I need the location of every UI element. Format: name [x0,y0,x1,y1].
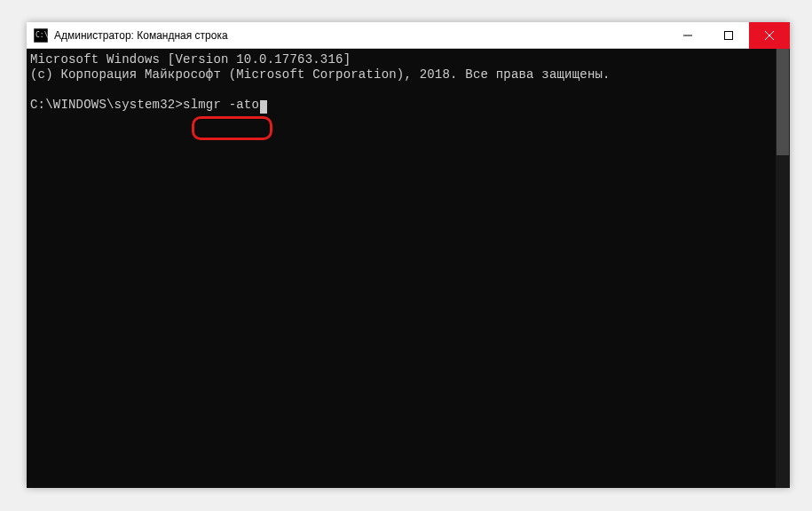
scrollbar-thumb[interactable] [777,49,789,155]
typed-command: slmgr -ato [183,98,259,112]
command-prompt-window: C:\ Администратор: Командная строка Micr… [27,22,790,488]
text-cursor [260,100,267,114]
prompt-path: C:\WINDOWS\system32> [30,98,183,112]
copyright-line: (c) Корпорация Майкрософт (Microsoft Cor… [30,67,611,82]
console-body: Microsoft Windows [Version 10.0.17763.31… [27,49,790,488]
window-title: Администратор: Командная строка [54,29,667,42]
maximize-button[interactable] [708,22,749,49]
titlebar-controls [667,22,790,48]
titlebar[interactable]: C:\ Администратор: Командная строка [27,22,790,49]
console-output[interactable]: Microsoft Windows [Version 10.0.17763.31… [27,49,776,488]
cmd-icon: C:\ [34,28,48,43]
close-button[interactable] [749,22,790,49]
vertical-scrollbar[interactable] [776,49,790,488]
svg-text:C:\: C:\ [35,31,48,39]
minimize-button[interactable] [667,22,708,49]
version-line: Microsoft Windows [Version 10.0.17763.31… [30,52,351,67]
svg-rect-3 [725,32,733,40]
